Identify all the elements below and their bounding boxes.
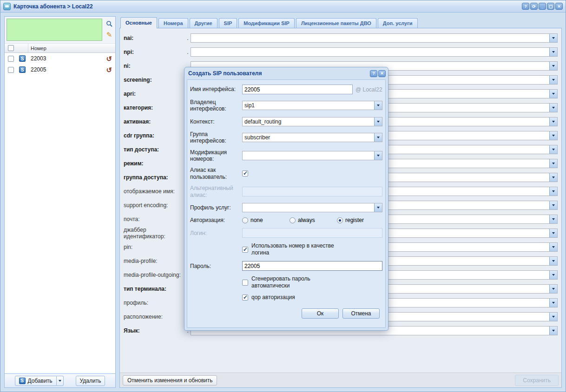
field-label: screening: <box>124 77 185 83</box>
cancel-button[interactable]: Отмена <box>342 308 380 319</box>
history-icon[interactable]: ↺ <box>106 55 112 62</box>
delete-button[interactable]: Удалить <box>76 376 105 386</box>
chevron-down-icon[interactable] <box>549 187 557 196</box>
chevron-down-icon[interactable] <box>374 118 382 126</box>
tab-additional-services[interactable]: Доп. услуги <box>378 18 418 28</box>
add-dropdown-button[interactable] <box>57 376 64 386</box>
chevron-down-icon[interactable] <box>549 131 557 140</box>
radio-label: always <box>298 217 315 223</box>
interface-name-input[interactable] <box>242 85 353 94</box>
subscriber-row[interactable]: S22005↺ <box>5 64 115 75</box>
chevron-down-icon[interactable] <box>549 257 557 265</box>
minimize-button[interactable]: _ <box>539 3 546 10</box>
use-number-as-login-checkbox[interactable] <box>242 247 248 253</box>
chevron-down-icon[interactable] <box>549 243 557 251</box>
tab-sip-modifications[interactable]: Модификации SIP <box>238 18 295 28</box>
chevron-down-icon[interactable] <box>374 133 382 142</box>
chevron-down-icon[interactable] <box>549 76 557 84</box>
chevron-down-icon[interactable] <box>549 285 557 293</box>
tab-general[interactable]: Основные <box>120 17 157 28</box>
dialog-close-button[interactable]: ✕ <box>378 70 386 77</box>
tab-dvo-license-packages[interactable]: Лицензионные пакеты ДВО <box>296 18 376 28</box>
auth-none-radio[interactable] <box>242 217 248 223</box>
edit-button[interactable]: ✎ <box>104 30 114 40</box>
subscriber-row[interactable]: S22003↺ <box>5 53 115 64</box>
chevron-down-icon <box>59 380 61 382</box>
chevron-down-icon[interactable] <box>374 151 382 160</box>
checkbox-label: qop авторизация <box>251 294 350 301</box>
label-separator: . <box>185 49 191 55</box>
service-profile-combobox[interactable] <box>242 203 382 212</box>
generate-password-checkbox[interactable] <box>242 280 248 286</box>
add-button[interactable]: S Добавить <box>15 376 57 386</box>
chevron-down-icon[interactable] <box>549 34 557 42</box>
chevron-down-icon[interactable] <box>549 201 557 209</box>
chevron-down-icon[interactable] <box>549 62 557 70</box>
chevron-down-icon[interactable] <box>549 173 557 182</box>
chevron-down-icon[interactable] <box>549 271 557 279</box>
npi-combobox[interactable] <box>191 47 558 57</box>
chevron-down-icon[interactable] <box>549 327 557 335</box>
qop-auth-checkbox[interactable] <box>242 294 248 301</box>
chevron-down-icon[interactable] <box>549 229 557 237</box>
field-label: Алиас как пользователь: <box>190 167 242 180</box>
context-combobox[interactable]: default_routing <box>242 117 382 126</box>
close-button[interactable]: ✕ <box>555 3 563 10</box>
field-label: Владелец интерфейсов: <box>190 99 242 112</box>
chevron-down-icon[interactable] <box>549 299 557 307</box>
field-label: media-profile-outgoing: <box>124 272 185 278</box>
chevron-down-icon[interactable] <box>374 101 382 110</box>
field-label: почта: <box>124 216 185 222</box>
number-modification-combobox[interactable] <box>242 151 382 160</box>
ok-button[interactable]: Ок <box>302 308 339 319</box>
search-icon <box>106 20 113 27</box>
chevron-down-icon[interactable] <box>374 203 382 212</box>
alt-alias-input <box>242 187 382 196</box>
nai-combobox[interactable] <box>191 33 558 43</box>
dialog-buttons: Ок Отмена <box>190 308 382 319</box>
chevron-down-icon[interactable] <box>549 90 557 98</box>
login-input <box>242 228 382 238</box>
chevron-down-icon[interactable] <box>549 215 557 223</box>
save-button[interactable]: Сохранить <box>515 375 559 386</box>
auth-register-radio[interactable] <box>337 217 343 223</box>
row-checkbox[interactable] <box>8 56 14 62</box>
owner-combobox[interactable]: sip1 <box>242 101 382 110</box>
chevron-down-icon[interactable] <box>549 118 557 126</box>
dialog-help-button[interactable]: ? <box>370 70 377 77</box>
password-input[interactable] <box>242 261 382 271</box>
search-button[interactable] <box>104 19 114 29</box>
authorization-row: Авторизация: none always register <box>190 217 382 223</box>
create-sip-user-dialog: Создать SIP пользователя ? ✕ Имя интерфе… <box>184 67 388 331</box>
tab-numbers[interactable]: Номера <box>158 18 188 28</box>
refresh-button[interactable]: ⟳ <box>530 3 538 10</box>
field-label: nai: <box>124 35 185 41</box>
sidebar-toolbar: S Добавить Удалить <box>5 373 115 387</box>
chevron-down-icon[interactable] <box>549 104 557 112</box>
select-all-checkbox[interactable] <box>8 45 14 51</box>
chevron-down-icon[interactable] <box>549 159 557 168</box>
cancel-and-refresh-button[interactable]: Отменить изменения и обновить <box>123 375 217 385</box>
tab-sip[interactable]: SIP <box>219 18 237 28</box>
history-icon[interactable]: ↺ <box>106 66 112 73</box>
field-label: media-profile: <box>124 258 185 264</box>
auth-always-radio[interactable] <box>290 217 296 223</box>
interface-group-combobox[interactable]: subscriber <box>242 133 382 142</box>
row-checkbox[interactable] <box>8 67 14 73</box>
chevron-down-icon[interactable] <box>549 313 557 321</box>
chevron-down-icon[interactable] <box>549 48 557 56</box>
chevron-down-icon[interactable] <box>549 145 557 154</box>
field-label: cdr группа: <box>124 132 185 139</box>
alias-as-user-checkbox[interactable] <box>242 170 248 176</box>
tab-other[interactable]: Другие <box>190 18 217 28</box>
help-button[interactable]: ? <box>522 3 529 10</box>
field-label: джаббер идентификатор: <box>124 227 185 240</box>
field-label: npi: <box>124 49 185 55</box>
subscriber-search-input[interactable] <box>7 19 102 41</box>
domain-suffix: @ Local22 <box>355 86 382 93</box>
field-label: тип терминала: <box>124 286 185 292</box>
qop-auth-row: qop авторизация <box>190 294 382 301</box>
maximize-button[interactable]: ▢ <box>547 3 554 10</box>
subscriber-number: 22003 <box>28 55 106 62</box>
field-label: Альтернативный алиас: <box>190 185 242 198</box>
